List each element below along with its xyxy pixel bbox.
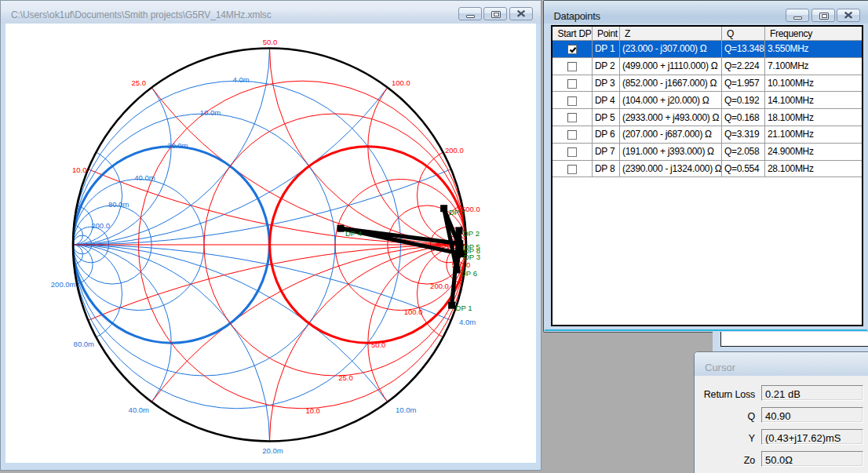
svg-text:4.0m: 4.0m: [459, 318, 476, 326]
svg-text:50.0: 50.0: [263, 38, 278, 46]
svg-text:50.0: 50.0: [371, 340, 386, 349]
svg-text:DP 2: DP 2: [463, 229, 480, 238]
svg-text:200.0: 200.0: [430, 282, 449, 290]
svg-text:80.0m: 80.0m: [108, 200, 129, 209]
svg-text:200.0m: 200.0m: [51, 280, 76, 289]
svg-text:40.0m: 40.0m: [129, 406, 149, 414]
svg-text:100.0: 100.0: [392, 78, 410, 87]
svg-text:DP 4: DP 4: [345, 229, 362, 238]
svg-text:10.0: 10.0: [72, 166, 87, 174]
svg-text:200.0: 200.0: [445, 146, 464, 155]
svg-text:20.0m: 20.0m: [167, 141, 188, 150]
svg-text:10.0: 10.0: [305, 406, 320, 415]
svg-text:10.0m: 10.0m: [200, 108, 221, 117]
svg-text:25.0: 25.0: [132, 78, 147, 87]
svg-text:10.0m: 10.0m: [396, 406, 416, 414]
svg-text:DP 1: DP 1: [456, 304, 472, 312]
svg-text:80.0m: 80.0m: [74, 340, 94, 348]
svg-text:40.0m: 40.0m: [134, 173, 155, 182]
svg-text:200.0: 200.0: [91, 221, 110, 230]
svg-text:25.0: 25.0: [338, 373, 353, 382]
svg-text:DP 7: DP 7: [449, 208, 465, 216]
svg-text:DP 8: DP 8: [464, 246, 480, 255]
svg-text:4.0m: 4.0m: [233, 75, 250, 84]
svg-text:20.0m: 20.0m: [262, 446, 283, 455]
svg-text:DP 6: DP 6: [461, 269, 477, 278]
svg-text:100.0: 100.0: [404, 307, 423, 316]
